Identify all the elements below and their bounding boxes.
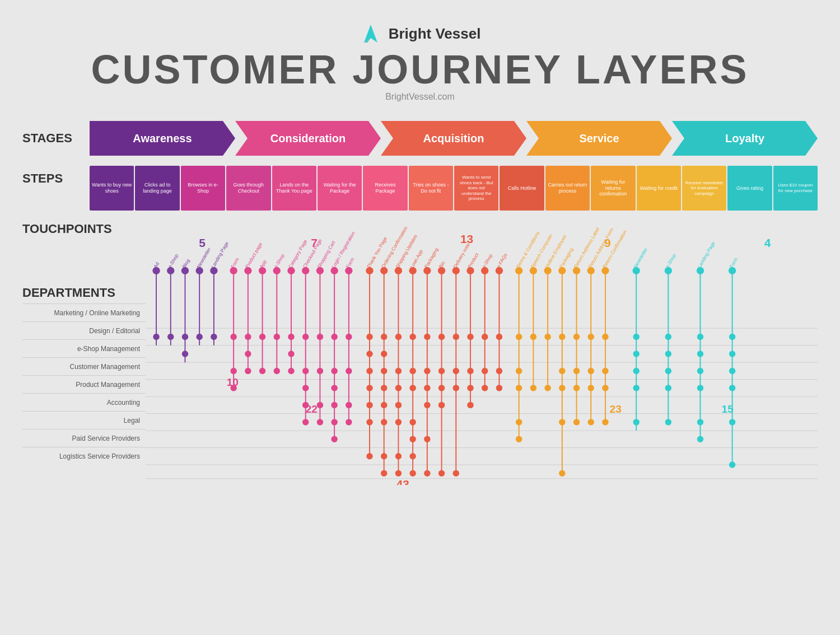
svg-point-72 bbox=[317, 368, 323, 374]
svg-point-47 bbox=[259, 334, 265, 340]
svg-point-127 bbox=[409, 385, 416, 391]
svg-point-125 bbox=[409, 334, 416, 340]
svg-point-58 bbox=[288, 351, 294, 357]
svg-point-35 bbox=[230, 334, 236, 340]
step-11: Carries out return process bbox=[545, 166, 590, 211]
svg-point-166 bbox=[482, 334, 488, 340]
svg-point-207 bbox=[573, 419, 580, 425]
svg-point-105 bbox=[381, 351, 387, 357]
svg-point-118 bbox=[395, 402, 402, 408]
svg-point-116 bbox=[395, 368, 402, 374]
svg-point-168 bbox=[482, 385, 488, 391]
svg-text:e-Shop: e-Shop bbox=[167, 253, 180, 269]
svg-text:Bio: Bio bbox=[438, 260, 446, 269]
svg-point-213 bbox=[588, 385, 594, 391]
svg-text:Form: Form bbox=[230, 256, 240, 269]
tp-col-1: e-Shop bbox=[167, 253, 180, 345]
step-13: Waiting for credit bbox=[637, 166, 681, 211]
svg-point-225 bbox=[633, 334, 639, 340]
svg-point-136 bbox=[424, 368, 430, 374]
svg-point-90 bbox=[346, 419, 352, 425]
svg-point-140 bbox=[424, 470, 430, 477]
svg-point-227 bbox=[633, 368, 639, 374]
tp-col-5: Form bbox=[230, 256, 240, 391]
logo-row: Bright Vessel bbox=[360, 22, 481, 45]
stage-consideration: Consideration bbox=[235, 121, 381, 156]
tp-col-33: Landing Page bbox=[697, 241, 716, 442]
step-6: Waiting for the Package bbox=[318, 166, 362, 211]
count-loyalty: 4 bbox=[764, 236, 771, 249]
svg-point-109 bbox=[381, 419, 387, 425]
svg-point-83 bbox=[331, 436, 337, 442]
chart-svg: .tp-dot { r: 6; } .tp-line { stroke-widt… bbox=[146, 222, 818, 485]
svg-point-237 bbox=[665, 419, 671, 425]
tp-col-6: Product page bbox=[244, 241, 263, 374]
count-customer-mgmt: 10 bbox=[227, 376, 239, 388]
svg-point-191 bbox=[544, 334, 550, 340]
svg-point-234 bbox=[665, 351, 671, 357]
tp-col-15: Ordering Confirmation bbox=[380, 225, 409, 477]
svg-text:Loan App: Loan App bbox=[409, 249, 424, 269]
tp-col-0: Ad bbox=[152, 261, 160, 345]
svg-point-48 bbox=[259, 368, 265, 374]
step-2: Clicks ad to landing page bbox=[135, 166, 179, 211]
svg-point-100 bbox=[366, 453, 372, 459]
stages-bar: Awareness Consideration Acquisition Serv… bbox=[90, 121, 818, 156]
svg-point-139 bbox=[424, 436, 430, 442]
svg-point-252 bbox=[729, 368, 735, 374]
svg-point-14 bbox=[153, 334, 159, 340]
svg-point-110 bbox=[381, 453, 387, 459]
svg-point-228 bbox=[633, 385, 639, 391]
svg-text:Landing Page: Landing Page bbox=[697, 241, 716, 269]
svg-point-214 bbox=[588, 419, 594, 425]
steps-row: STEPS Wants to buy new shoes Clicks ad t… bbox=[22, 166, 818, 211]
stages-row: STAGES Awareness Consideration Acquisiti… bbox=[22, 121, 818, 156]
step-10: Calls Hotline bbox=[500, 166, 544, 211]
svg-point-36 bbox=[230, 368, 236, 374]
svg-point-146 bbox=[438, 385, 445, 391]
svg-point-197 bbox=[559, 368, 565, 374]
svg-text:e-Shop: e-Shop bbox=[481, 253, 494, 269]
svg-text:Packaging: Packaging bbox=[423, 247, 440, 269]
svg-point-245 bbox=[697, 419, 703, 425]
svg-point-148 bbox=[438, 470, 445, 477]
svg-point-152 bbox=[453, 334, 459, 340]
left-labels: TOUCHPOINTS DEPARTMENTS Marketing / Onli… bbox=[22, 222, 146, 487]
tp-col-31: Newsletter bbox=[632, 246, 648, 431]
steps-bar: Wants to buy new shoes Clicks ad to land… bbox=[90, 166, 818, 211]
svg-point-204 bbox=[573, 334, 580, 340]
svg-point-220 bbox=[602, 385, 608, 391]
svg-text:Form: Form bbox=[729, 256, 739, 269]
tp-col-13: Form bbox=[345, 256, 356, 425]
svg-point-108 bbox=[381, 402, 387, 408]
svg-point-31 bbox=[211, 334, 217, 340]
svg-point-162 bbox=[467, 402, 473, 408]
svg-point-167 bbox=[482, 368, 488, 374]
svg-point-22 bbox=[182, 334, 188, 340]
dept-marketing: Marketing / Online Marketing bbox=[22, 304, 146, 321]
count-accounting-consideration: 22 bbox=[306, 403, 318, 415]
svg-point-254 bbox=[729, 419, 735, 425]
svg-point-67 bbox=[302, 419, 309, 425]
tp-col-7: App bbox=[259, 259, 268, 374]
svg-point-131 bbox=[409, 470, 416, 477]
svg-point-205 bbox=[573, 368, 580, 374]
main-title: CUSTOMER JOURNEY LAYERS bbox=[91, 49, 749, 90]
svg-point-88 bbox=[346, 368, 352, 374]
svg-point-71 bbox=[317, 334, 323, 340]
svg-point-244 bbox=[697, 385, 703, 391]
svg-point-74 bbox=[317, 419, 323, 425]
logo-icon bbox=[360, 22, 382, 45]
svg-point-97 bbox=[366, 385, 372, 391]
tp-col-27: Packaging bbox=[558, 247, 575, 477]
svg-point-99 bbox=[366, 419, 372, 425]
svg-point-129 bbox=[409, 436, 416, 442]
svg-text:Form: Form bbox=[345, 256, 356, 269]
svg-point-153 bbox=[453, 368, 459, 374]
svg-point-186 bbox=[530, 334, 536, 340]
tp-col-2: Blog bbox=[181, 258, 191, 363]
chart-area: .tp-dot { r: 6; } .tp-line { stroke-widt… bbox=[146, 222, 818, 487]
svg-point-199 bbox=[559, 419, 565, 425]
dept-logistics: Logistics Service Providers bbox=[22, 447, 146, 465]
svg-point-107 bbox=[381, 385, 387, 391]
